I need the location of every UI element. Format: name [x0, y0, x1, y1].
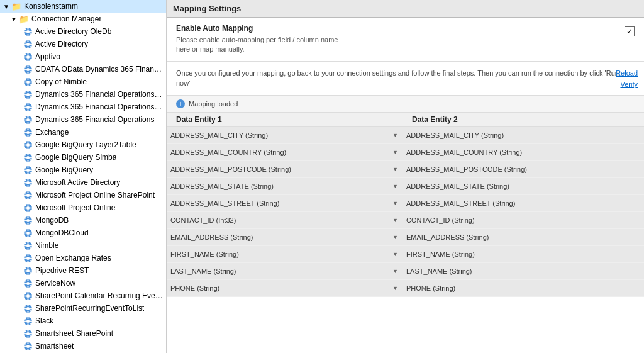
- svg-rect-109: [30, 194, 32, 196]
- sidebar-item-google-bigquery[interactable]: Google BigQuery: [0, 164, 166, 176]
- entity1-cell[interactable]: LAST_NAME (String)▼: [167, 263, 402, 279]
- svg-rect-115: [27, 210, 28, 212]
- svg-rect-92: [24, 169, 26, 171]
- svg-point-185: [26, 320, 30, 323]
- svg-rect-204: [24, 345, 26, 347]
- svg-rect-124: [24, 220, 26, 221]
- sidebar-item-label-microsoft-active-directory: Microsoft Active Directory: [35, 178, 120, 187]
- svg-rect-12: [24, 43, 26, 45]
- entity1-cell[interactable]: EMAIL_ADDRESS (String)▼: [167, 229, 402, 245]
- sidebar-item-dynamics-365-oа1[interactable]: Dynamics 365 Financial Operations OA: [0, 88, 166, 101]
- sidebar-item-label-dynamics-365-oа2: Dynamics 365 Financial Operations OA: [35, 103, 164, 111]
- svg-rect-45: [30, 94, 32, 95]
- svg-rect-125: [30, 220, 32, 221]
- entity2-cell[interactable]: ADDRESS_MAIL_POSTCODE (String): [402, 161, 644, 177]
- gear-icon-smartsheet-sharepoint: [23, 328, 33, 339]
- svg-rect-195: [27, 336, 28, 338]
- entity1-cell[interactable]: PHONE (String)▼: [167, 280, 402, 296]
- svg-rect-4: [24, 31, 26, 32]
- sidebar-item-open-exchange-rates[interactable]: Open Exchange Rates: [0, 252, 166, 264]
- mapping-header: Mapping Settings: [167, 0, 644, 18]
- gear-icon-google-bigquery-simba: [23, 152, 33, 162]
- sidebar-item-mongodbcloud[interactable]: MongoDBCloud: [0, 227, 166, 239]
- svg-rect-42: [27, 91, 28, 92]
- sidebar-item-smartsheet-sharepoint[interactable]: Smartsheet SharePoint: [0, 327, 166, 340]
- svg-point-17: [26, 55, 30, 59]
- table-row: EMAIL_ADDRESS (String)▼EMAIL_ADDRESS (St…: [167, 229, 644, 246]
- sidebar-item-servicenow[interactable]: ServiceNow: [0, 277, 166, 289]
- sidebar-item-microsoft-active-directory[interactable]: Microsoft Active Directory: [0, 176, 166, 189]
- sidebar-item-slack[interactable]: Slack: [0, 315, 166, 327]
- sidebar-item-apptivo[interactable]: Apptivo: [0, 50, 166, 63]
- sidebar-item-dynamics-365-fo[interactable]: Dynamics 365 Financial Operations: [0, 113, 166, 126]
- svg-rect-114: [27, 204, 28, 206]
- info-icon: i: [176, 99, 185, 108]
- svg-rect-148: [24, 257, 26, 259]
- entity2-cell[interactable]: PHONE (String): [402, 280, 644, 296]
- svg-rect-106: [27, 191, 28, 193]
- entity2-cell[interactable]: LAST_NAME (String): [402, 263, 644, 279]
- sidebar-item-google-bigquery-simba[interactable]: Google BigQuery Simba: [0, 151, 166, 164]
- svg-rect-187: [27, 323, 28, 325]
- entity2-field-label: CONTACT_ID (String): [406, 216, 475, 224]
- sidebar-item-smartsheet[interactable]: Smartsheet: [0, 340, 166, 352]
- svg-rect-36: [24, 81, 26, 82]
- svg-point-121: [26, 219, 30, 222]
- entity1-cell[interactable]: ADDRESS_MAIL_COUNTRY (String)▼: [167, 144, 402, 160]
- sidebar-item-sharepoint-recurring-event-to-list[interactable]: SharePointRecurringEventToList: [0, 302, 166, 315]
- sidebar-item-active-directory-oledb[interactable]: Active Directory OleDb: [0, 25, 166, 38]
- entity2-field-label: ADDRESS_MAIL_COUNTRY (String): [406, 148, 522, 156]
- entity2-cell[interactable]: FIRST_NAME (String): [402, 246, 644, 262]
- sidebar-item-connection-manager[interactable]: ▼ 📁 Connection Manager: [0, 13, 166, 25]
- svg-point-9: [26, 43, 30, 46]
- auto-mapping-checkbox[interactable]: ✓: [625, 26, 635, 36]
- entity1-cell[interactable]: ADDRESS_MAIL_POSTCODE (String)▼: [167, 161, 402, 177]
- entity1-cell[interactable]: ADDRESS_MAIL_CITY (String)▼: [167, 127, 402, 143]
- entity2-cell[interactable]: EMAIL_ADDRESS (String): [402, 229, 644, 245]
- sidebar-item-sharepoint-calendar-recurring-events[interactable]: SharePoint Calendar Recurring Events: [0, 289, 166, 302]
- gear-icon-google-bigquery: [23, 165, 33, 175]
- sidebar-item-microsoft-project-online[interactable]: Microsoft Project Online: [0, 201, 166, 214]
- mapping-rows: ADDRESS_MAIL_CITY (String)▼ADDRESS_MAIL_…: [167, 127, 644, 297]
- entity1-cell[interactable]: CONTACT_ID (Int32)▼: [167, 212, 402, 228]
- entity1-cell[interactable]: ADDRESS_MAIL_STREET (String)▼: [167, 195, 402, 211]
- svg-point-49: [26, 106, 30, 109]
- table-row: CONTACT_ID (Int32)▼CONTACT_ID (String): [167, 212, 644, 229]
- entity2-cell[interactable]: ADDRESS_MAIL_STREET (String): [402, 195, 644, 211]
- sidebar-item-cdata-odata[interactable]: CDATA OData Dynamics 365 Financial O: [0, 63, 166, 76]
- sidebar-item-active-directory[interactable]: Active Directory: [0, 38, 166, 50]
- entity2-cell[interactable]: ADDRESS_MAIL_CITY (String): [402, 127, 644, 143]
- sidebar-item-label-mongodbcloud: MongoDBCloud: [35, 228, 89, 237]
- sidebar-item-mongodb[interactable]: MongoDB: [0, 214, 166, 227]
- svg-rect-37: [30, 81, 32, 82]
- entity2-cell[interactable]: ADDRESS_MAIL_COUNTRY (String): [402, 144, 644, 160]
- sidebar-item-copy-of-nimble[interactable]: Copy of Nimble: [0, 76, 166, 88]
- sidebar-root-konsolenstamm[interactable]: ▼ 📁 Konsolenstamm: [0, 0, 166, 13]
- entity2-cell[interactable]: CONTACT_ID (String): [402, 212, 644, 228]
- entity2-cell[interactable]: ADDRESS_MAIL_STATE (String): [402, 178, 644, 194]
- sidebar-item-nimble[interactable]: Nimble: [0, 239, 166, 252]
- sidebar-item-dynamics-365-oа2[interactable]: Dynamics 365 Financial Operations OA: [0, 101, 166, 113]
- svg-rect-173: [30, 295, 32, 296]
- verify-button[interactable]: Verify: [620, 79, 638, 90]
- svg-point-137: [26, 244, 30, 247]
- auto-mapping-title: Enable Auto Mapping: [176, 24, 338, 33]
- sidebar-item-pipedrive-rest[interactable]: Pipedrive REST: [0, 264, 166, 277]
- svg-rect-19: [27, 59, 28, 61]
- sidebar-item-microsoft-project-online-sharepoint[interactable]: Microsoft Project Online SharePoint: [0, 189, 166, 201]
- svg-rect-139: [27, 248, 28, 250]
- svg-rect-52: [24, 106, 26, 108]
- sidebar-item-google-bigquery-layer2table[interactable]: Google BigQuery Layer2Table: [0, 138, 166, 151]
- svg-rect-68: [24, 132, 26, 133]
- connection-manager-label: Connection Manager: [31, 14, 101, 23]
- sidebar-item-exchange[interactable]: Exchange: [0, 126, 166, 138]
- svg-rect-66: [27, 128, 28, 130]
- reload-button[interactable]: Reload: [616, 68, 638, 79]
- app-container: ▼ 📁 Konsolenstamm ▼ 📁 Connection Manager…: [0, 0, 644, 353]
- svg-rect-100: [24, 182, 26, 183]
- svg-rect-178: [27, 305, 28, 306]
- gear-icon-sharepoint-recurring-event-to-list: [23, 303, 33, 313]
- entity1-cell[interactable]: FIRST_NAME (String)▼: [167, 246, 402, 262]
- entity1-cell[interactable]: ADDRESS_MAIL_STATE (String)▼: [167, 178, 402, 194]
- svg-point-169: [26, 294, 30, 298]
